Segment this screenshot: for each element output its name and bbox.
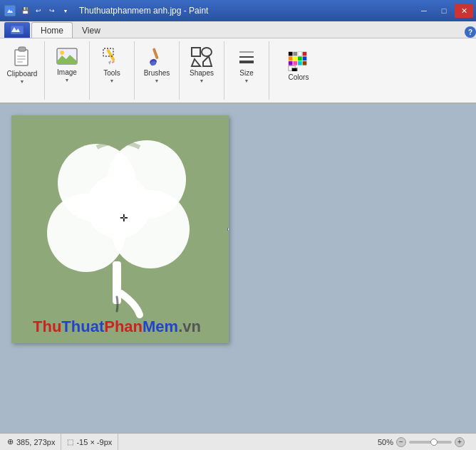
help-button[interactable]: ? (465, 26, 476, 38)
svg-rect-37 (292, 68, 298, 71)
tools-content: Tools ▼ (94, 41, 130, 100)
svg-rect-31 (303, 56, 307, 61)
quick-access-bar: 💾 ↩ ↪ ▼ (19, 4, 72, 17)
canvas-resize-handle[interactable] (227, 228, 229, 231)
svg-marker-19 (192, 59, 200, 66)
size-content: Size ▼ (229, 41, 264, 100)
tools-label: Tools (103, 69, 120, 77)
svg-rect-32 (289, 61, 293, 65)
tools-icon (100, 46, 123, 68)
watermark-mem: Mem (143, 318, 178, 335)
brushes-button[interactable]: Brushes ▼ (139, 44, 175, 85)
brushes-content: Brushes ▼ (139, 41, 175, 100)
dimensions-value: -15 × -9px (76, 438, 112, 446)
svg-rect-25 (293, 51, 297, 56)
quick-save-btn[interactable]: 💾 (19, 4, 31, 17)
crosshair-cursor: ✛ (118, 212, 130, 224)
zoom-track[interactable] (409, 441, 452, 444)
svg-rect-17 (192, 48, 200, 56)
svg-rect-5 (17, 58, 26, 60)
minimize-button[interactable]: ─ (415, 4, 433, 18)
colors-label: Colors (289, 73, 309, 81)
image-label: Image (57, 68, 77, 76)
svg-rect-6 (17, 61, 23, 63)
dropdown-arrow-btn[interactable]: ▼ (59, 4, 72, 17)
selection-icon: ⬚ (67, 438, 73, 446)
shapes-button[interactable]: Shapes ▼ (184, 44, 219, 85)
shapes-icon (190, 46, 213, 68)
clipboard-button[interactable]: Clipboard ▼ (4, 44, 40, 85)
quick-redo-btn[interactable]: ↪ (46, 4, 58, 17)
tools-button[interactable]: Tools ▼ (94, 44, 130, 85)
main-canvas-area[interactable]: ✛ ThuThuatPhanMem.vn (0, 104, 476, 433)
colors-content: Colors (274, 41, 324, 100)
svg-rect-14 (152, 48, 159, 59)
svg-rect-10 (106, 49, 115, 62)
coords-icon: ⊕ (7, 437, 14, 446)
status-dimensions: ⬚ -15 × -9px (61, 434, 118, 450)
app-icon (4, 5, 16, 16)
watermark-vn: .vn (178, 318, 201, 335)
svg-point-42 (86, 174, 150, 239)
status-zoom: 50% − + (372, 434, 470, 450)
window-title: Thuthuatphanmem anh.jpg - Paint (79, 6, 208, 16)
image-content: Image ▼ (49, 41, 85, 100)
size-arrow: ▼ (244, 78, 249, 83)
svg-marker-11 (108, 61, 111, 65)
svg-rect-9 (57, 61, 77, 64)
brushes-arrow: ▼ (155, 78, 160, 83)
ribbon-group-image: Image ▼ (45, 41, 90, 100)
window-controls: ─ □ ✕ (415, 4, 473, 18)
ribbon-group-size: Size ▼ (224, 41, 269, 100)
svg-point-18 (202, 48, 212, 56)
title-bar-left: 💾 ↩ ↪ ▼ Thuthuatphanmem anh.jpg - Paint (4, 4, 208, 17)
image-arrow: ▼ (65, 78, 70, 83)
close-button[interactable]: ✕ (455, 4, 473, 18)
svg-rect-30 (298, 56, 302, 61)
quick-undo-btn[interactable]: ↩ (32, 4, 45, 17)
ribbon-group-tools: Tools ▼ (90, 41, 135, 100)
watermark-thuat: Thuat (61, 318, 104, 335)
status-coords: ⊕ 385, 273px (6, 434, 61, 450)
size-label: Size (239, 69, 253, 77)
clipboard-content: Clipboard ▼ (4, 41, 40, 100)
colors-icon (287, 49, 310, 72)
maximize-button[interactable]: □ (435, 4, 453, 18)
zoom-in-button[interactable]: + (455, 437, 465, 447)
ribbon-group-clipboard: Clipboard ▼ (0, 41, 45, 100)
size-button[interactable]: Size ▼ (229, 44, 264, 85)
paint-menu-button[interactable] (4, 22, 30, 38)
ribbon-group-shapes: Shapes ▼ (180, 41, 224, 100)
clover-svg (26, 122, 211, 329)
size-icon (235, 46, 258, 68)
svg-rect-26 (298, 51, 302, 56)
image-button[interactable]: Image ▼ (49, 44, 85, 85)
svg-rect-4 (17, 56, 26, 57)
canvas-container: ✛ ThuThuatPhanMem.vn (11, 115, 229, 343)
canvas-image[interactable]: ✛ (11, 115, 229, 343)
svg-rect-34 (298, 61, 302, 65)
coords-value: 385, 273px (16, 438, 55, 446)
image-icon (56, 47, 78, 67)
svg-rect-29 (293, 56, 297, 61)
zoom-thumb[interactable] (430, 439, 438, 446)
svg-rect-33 (293, 61, 297, 65)
clipboard-icon (11, 46, 33, 68)
brushes-label: Brushes (144, 69, 170, 77)
svg-rect-28 (289, 56, 293, 61)
tab-home[interactable]: Home (31, 22, 73, 38)
ribbon-tabs: Home View ? (0, 21, 476, 38)
shapes-content: Shapes ▼ (184, 41, 219, 100)
watermark-phan: Phan (104, 318, 143, 335)
zoom-value: 50% (378, 438, 393, 446)
svg-marker-20 (203, 56, 212, 66)
watermark-thu: Thu (33, 318, 61, 335)
tools-arrow: ▼ (110, 78, 115, 83)
brushes-icon (145, 46, 168, 68)
zoom-out-button[interactable]: − (396, 437, 406, 447)
zoom-slider[interactable]: − + (396, 437, 465, 447)
tab-view[interactable]: View (73, 22, 110, 38)
ribbon: Clipboard ▼ Image ▼ (0, 38, 476, 104)
colors-button[interactable]: Colors (274, 44, 324, 85)
ribbon-group-brushes: Brushes ▼ (135, 41, 180, 100)
